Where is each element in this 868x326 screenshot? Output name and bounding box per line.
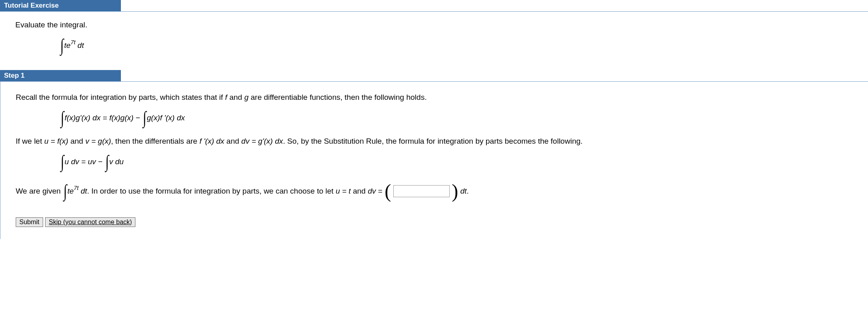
integral-symbol: ∫: [60, 35, 64, 56]
expr: dv: [368, 187, 376, 195]
expr: v = g(x): [85, 137, 111, 145]
integral-symbol: ∫: [105, 151, 108, 172]
buttons-row: Submit Skip (you cannot come back): [16, 217, 868, 227]
formula1-eq: =: [103, 113, 109, 122]
skip-button[interactable]: Skip (you cannot come back): [45, 217, 135, 227]
tutorial-body: Evaluate the integral. ∫ te7t dt: [0, 12, 868, 70]
integral-symbol: ∫: [61, 107, 64, 128]
text: . So, by the Substitution Rule, the form…: [283, 137, 583, 145]
formula-parts: ∫ f(x)g'(x) dx = f(x)g(x) − ∫ g(x)f '(x)…: [60, 107, 868, 128]
formula-uv: ∫ u dv = uv − ∫ v du: [60, 151, 868, 172]
text: Recall the formula for integration by pa…: [16, 93, 225, 101]
formula1-rhs: g(x)f '(x) dx: [147, 113, 185, 122]
text: dt: [460, 187, 467, 195]
formula2-minus: −: [98, 157, 104, 166]
step1-header-row: Step 1: [0, 70, 868, 81]
text: .: [467, 187, 469, 195]
exercise-integral: ∫ te7t dt: [60, 35, 868, 56]
text: are differentiable functions, then the f…: [249, 93, 427, 101]
text: and: [227, 93, 244, 101]
formula2-rhs: v du: [109, 157, 124, 166]
text: . In order to use the formula for integr…: [87, 187, 336, 195]
formula2-lhs: u dv: [64, 157, 79, 166]
text: and: [224, 137, 241, 145]
formula1-minus: −: [136, 113, 142, 122]
step1-intro: Recall the formula for integration by pa…: [16, 93, 868, 102]
expr: u = t: [336, 187, 351, 195]
text: and: [351, 187, 368, 195]
open-paren: (: [384, 182, 391, 200]
expr: dv = g'(x) dx: [241, 137, 283, 145]
var-g: g: [244, 93, 249, 101]
integrand-base: te: [64, 41, 71, 50]
integral-symbol: ∫: [61, 151, 64, 172]
integrand-exp: 7t: [71, 39, 75, 45]
integrand-diff: dt: [75, 41, 84, 50]
int-diff: dt: [79, 187, 87, 195]
formula1-lhs: f(x)g'(x) dx: [64, 113, 100, 122]
tutorial-header-row: Tutorial Exercise: [0, 0, 868, 12]
close-paren: ): [452, 182, 458, 200]
formula1-mid: f(x)g(x): [109, 113, 133, 122]
integral-symbol: ∫: [64, 181, 67, 201]
step1-body: Recall the formula for integration by pa…: [0, 81, 868, 239]
dv-input[interactable]: [393, 185, 450, 197]
text: If we let: [16, 137, 44, 145]
text: and: [68, 137, 85, 145]
step1-header: Step 1: [0, 70, 121, 81]
formula2-mid: uv: [88, 157, 96, 166]
text: , then the differentials are: [111, 137, 199, 145]
expr: f '(x) dx: [199, 137, 224, 145]
step1-para3: We are given ∫ te7t dt. In order to use …: [16, 181, 868, 201]
integral-symbol: ∫: [143, 107, 146, 128]
int-base: te: [67, 187, 74, 195]
formula2-eq: =: [81, 157, 88, 166]
exercise-prompt: Evaluate the integral.: [15, 21, 868, 29]
int-exp: 7t: [74, 185, 79, 191]
text: We are given: [16, 187, 63, 195]
tutorial-header: Tutorial Exercise: [0, 0, 121, 11]
step1-para2: If we let u = f(x) and v = g(x), then th…: [16, 137, 868, 146]
text: =: [376, 187, 385, 195]
submit-button[interactable]: Submit: [16, 217, 43, 227]
expr: u = f(x): [44, 137, 69, 145]
